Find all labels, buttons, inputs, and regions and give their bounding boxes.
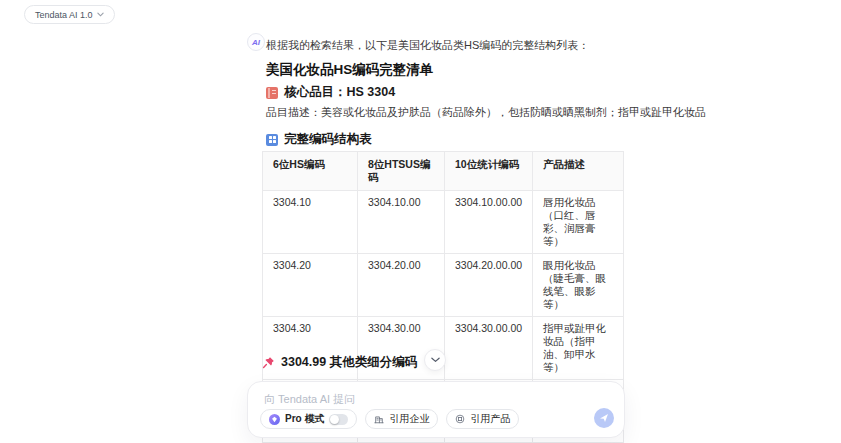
pushpin-icon <box>262 356 275 369</box>
table-cell: 3304.20.00 <box>358 254 445 317</box>
scroll-to-bottom-button[interactable] <box>424 349 446 371</box>
table-header-row: 6位HS编码 8位HTSUS编码 10位统计编码 产品描述 <box>263 152 624 191</box>
message-description: 品目描述：美容或化妆品及护肤品（药品除外），包括防晒或晒黑制剂；指甲或趾甲化妆品 <box>266 105 706 120</box>
send-button[interactable] <box>594 408 614 428</box>
pro-gem-icon <box>269 414 280 425</box>
ai-avatar-label: AI <box>252 38 260 47</box>
table-cell: 3304.10.00.00 <box>445 191 533 254</box>
message-title: 美国化妆品HS编码完整清单 <box>266 61 433 79</box>
input-toolbar: Pro 模式 引用企业 引用产品 <box>260 409 519 429</box>
section-breakdown-heading: 3304.99 其他类细分编码 <box>262 354 417 371</box>
number-grid-icon <box>266 134 278 146</box>
pro-mode-toggle[interactable] <box>329 414 348 425</box>
table-cell: 3304.30.00.00 <box>445 317 533 380</box>
pro-mode-label: Pro 模式 <box>285 412 324 426</box>
column-header: 产品描述 <box>533 152 624 191</box>
table-cell: 3304.10 <box>263 191 358 254</box>
section-core-heading-label: 核心品目：HS 3304 <box>284 84 395 101</box>
cite-company-chip[interactable]: 引用企业 <box>365 409 438 429</box>
chat-page: Tendata AI 1.0 AI 根据我的检索结果，以下是美国化妆品类HS编码… <box>0 0 841 443</box>
column-header: 10位统计编码 <box>445 152 533 191</box>
building-icon <box>374 414 384 424</box>
table-cell: 3304.20.00.00 <box>445 254 533 317</box>
table-cell: 眼用化妆品（睫毛膏、眼线笔、眼影等） <box>533 254 624 317</box>
notebook-icon <box>266 87 278 99</box>
section-breakdown-heading-label: 3304.99 其他类细分编码 <box>281 354 417 371</box>
chat-input-card: 向 Tendata AI 提问 Pro 模式 引用企业 引用产品 <box>247 381 625 438</box>
section-core-heading: 核心品目：HS 3304 <box>266 84 395 101</box>
table-cell: 3304.10.00 <box>358 191 445 254</box>
ai-avatar: AI <box>247 33 265 51</box>
model-selector[interactable]: Tendata AI 1.0 <box>24 5 115 24</box>
table-row: 3304.20 3304.20.00 3304.20.00.00 眼用化妆品（睫… <box>263 254 624 317</box>
model-selector-label: Tendata AI 1.0 <box>35 10 93 20</box>
pro-mode-chip[interactable]: Pro 模式 <box>260 409 357 429</box>
table-row: 3304.10 3304.10.00 3304.10.00.00 唇用化妆品（口… <box>263 191 624 254</box>
column-header: 6位HS编码 <box>263 152 358 191</box>
cite-product-label: 引用产品 <box>470 412 510 426</box>
chat-input[interactable]: 向 Tendata AI 提问 <box>264 392 584 407</box>
paper-plane-icon <box>599 413 609 423</box>
section-table-heading: 完整编码结构表 <box>266 131 372 148</box>
chevron-down-icon <box>431 357 440 363</box>
chevron-down-icon <box>97 12 104 17</box>
product-circle-icon <box>455 414 465 424</box>
cite-product-chip[interactable]: 引用产品 <box>446 409 519 429</box>
message-intro-text: 根据我的检索结果，以下是美国化妆品类HS编码的完整结构列表： <box>266 38 589 53</box>
column-header: 8位HTSUS编码 <box>358 152 445 191</box>
section-table-heading-label: 完整编码结构表 <box>284 131 372 148</box>
table-cell: 指甲或趾甲化妆品（指甲油、卸甲水等） <box>533 317 624 380</box>
table-cell: 唇用化妆品（口红、唇彩、润唇膏等） <box>533 191 624 254</box>
cite-company-label: 引用企业 <box>389 412 429 426</box>
table-cell: 3304.20 <box>263 254 358 317</box>
